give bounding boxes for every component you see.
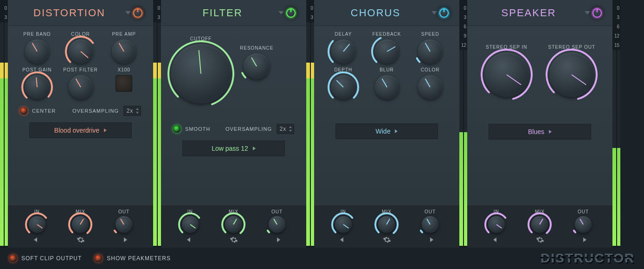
- product-logo: DISTRUCTOR: [541, 251, 635, 266]
- settings-button[interactable]: [77, 236, 85, 244]
- meter-scale-num: 12: [459, 41, 467, 50]
- depth-knob[interactable]: [331, 75, 355, 99]
- mix-knob[interactable]: [531, 216, 548, 233]
- feedback-label: FEEDBACK: [373, 32, 401, 37]
- cutoff-knob[interactable]: [171, 44, 231, 103]
- show-peakmeters-label: SHOW PEAKMETERS: [107, 255, 171, 262]
- in-knob[interactable]: [182, 216, 199, 233]
- power-icon: [133, 8, 142, 18]
- peak-meter: 03: [0, 0, 8, 248]
- color-label: COLOR: [421, 67, 440, 72]
- module-title-dropdown[interactable]: DISTORTION: [20, 7, 131, 19]
- post-gain-label: POST GAIN: [22, 67, 52, 72]
- preset-selector[interactable]: Blood overdrive: [29, 122, 132, 138]
- meter-scale-num: 0: [306, 4, 314, 13]
- preset-selector[interactable]: Blues: [489, 124, 591, 140]
- power-button[interactable]: [590, 6, 604, 20]
- power-button[interactable]: [131, 6, 145, 20]
- module-title-dropdown[interactable]: CHORUS: [326, 7, 437, 19]
- stereo-sep-in-label: STEREO SEP IN: [486, 45, 528, 50]
- power-icon: [592, 8, 602, 18]
- prev-preset-button[interactable]: [34, 237, 37, 242]
- meter-scale-num: 6: [459, 22, 467, 32]
- feedback-knob[interactable]: [375, 39, 399, 64]
- module-title-dropdown[interactable]: SPEAKER: [479, 7, 590, 19]
- post-gain-knob[interactable]: [25, 75, 49, 99]
- oversampling-value[interactable]: 2x: [277, 124, 294, 134]
- out-knob[interactable]: [269, 216, 285, 233]
- settings-button[interactable]: [536, 236, 544, 244]
- stereo-sep-out-knob[interactable]: [549, 52, 594, 97]
- delay-knob[interactable]: [331, 39, 355, 64]
- meter-scale-num: 15: [612, 41, 620, 50]
- next-preset-button[interactable]: [124, 237, 127, 242]
- blur-knob[interactable]: [375, 75, 399, 99]
- oversampling-value[interactable]: 2x: [123, 106, 141, 116]
- color-knob[interactable]: [418, 75, 442, 99]
- power-icon: [439, 8, 449, 18]
- mix-knob[interactable]: [72, 216, 89, 233]
- mix-knob[interactable]: [378, 216, 395, 233]
- meter-scale-num: 3: [0, 13, 8, 22]
- cutoff-label: CUTOFF: [190, 36, 212, 41]
- power-button[interactable]: [437, 6, 451, 20]
- in-knob[interactable]: [488, 216, 505, 233]
- oversampling-label: OVERSAMPLING: [225, 126, 272, 132]
- settings-button[interactable]: [383, 236, 391, 244]
- in-label: IN: [34, 209, 40, 214]
- meter-scale-num: 3: [459, 13, 467, 22]
- next-preset-button[interactable]: [430, 237, 433, 242]
- post-filter-knob[interactable]: [69, 75, 93, 99]
- mix-label: MIX: [382, 209, 392, 214]
- mix-knob[interactable]: [225, 216, 242, 233]
- next-preset-button[interactable]: [583, 237, 586, 242]
- speed-knob[interactable]: [418, 39, 442, 64]
- preset-name: Blood overdrive: [54, 127, 99, 134]
- out-knob[interactable]: [575, 216, 592, 233]
- prev-preset-button[interactable]: [493, 237, 496, 242]
- color-label: COLOR: [71, 32, 90, 37]
- stereo-sep-in-knob[interactable]: [484, 52, 529, 97]
- in-label: IN: [494, 209, 499, 214]
- in-knob[interactable]: [29, 216, 45, 233]
- speed-label: SPEED: [421, 32, 439, 37]
- power-button[interactable]: [284, 6, 298, 20]
- preset-name: Wide: [376, 128, 391, 135]
- meter-scale-num: 0: [612, 4, 620, 13]
- color-knob[interactable]: [69, 39, 93, 64]
- led-icon: [95, 255, 102, 262]
- prev-preset-button[interactable]: [340, 237, 343, 242]
- preset-name: Low pass 12: [212, 145, 248, 152]
- prev-preset-button[interactable]: [187, 237, 190, 242]
- resonance-knob[interactable]: [244, 53, 270, 79]
- smooth-toggle[interactable]: SMOOTH: [185, 126, 210, 132]
- x100-toggle[interactable]: [116, 75, 132, 92]
- in-label: IN: [341, 209, 346, 214]
- in-knob[interactable]: [335, 216, 352, 233]
- preset-selector[interactable]: Low pass 12: [182, 141, 285, 156]
- chevron-down-icon: [125, 11, 131, 14]
- chevron-right-icon: [104, 128, 107, 132]
- center-toggle[interactable]: CENTER: [32, 108, 56, 114]
- soft-clip-output-toggle[interactable]: SOFT CLIP OUTPUT: [9, 255, 82, 262]
- out-label: OUT: [578, 209, 589, 214]
- module-title-dropdown[interactable]: FILTER: [173, 7, 284, 19]
- module-title: CHORUS: [326, 7, 425, 19]
- pre-amp-knob[interactable]: [112, 39, 136, 64]
- preset-selector[interactable]: Wide: [335, 123, 438, 139]
- peak-meter: 03: [153, 0, 161, 248]
- oversampling-label: OVERSAMPLING: [72, 108, 119, 114]
- settings-button[interactable]: [230, 236, 238, 244]
- next-preset-button[interactable]: [277, 237, 280, 242]
- out-knob[interactable]: [422, 216, 438, 233]
- meter-scale-num: 0: [153, 4, 161, 13]
- meter-scale-num: 9: [459, 32, 467, 41]
- show-peakmeters-toggle[interactable]: SHOW PEAKMETERS: [95, 255, 171, 262]
- soft-clip-label: SOFT CLIP OUTPUT: [21, 255, 82, 262]
- chevron-right-icon: [253, 147, 256, 150]
- pre-band-knob[interactable]: [25, 39, 49, 64]
- resonance-label: RESONANCE: [240, 45, 273, 51]
- module-filter: FILTER CUTOFF RESONANCE: [161, 0, 306, 248]
- x100-label: X100: [118, 67, 130, 72]
- out-knob[interactable]: [116, 216, 132, 233]
